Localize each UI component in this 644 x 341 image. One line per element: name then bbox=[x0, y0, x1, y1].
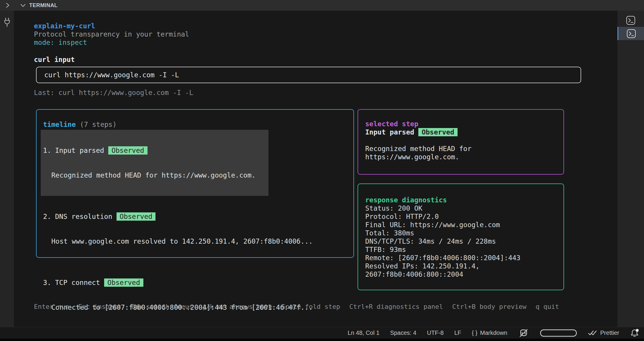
diagnostics-line: Resolved IPs: 142.250.191.4, bbox=[365, 262, 556, 270]
hint-item: Ctrl+R diagnostics panel bbox=[349, 303, 443, 311]
copilot-disabled-icon[interactable] bbox=[518, 328, 529, 338]
hint-item: Ctrl+B body preview bbox=[452, 303, 527, 311]
left-activity-strip bbox=[0, 11, 14, 327]
timeline-step[interactable]: 1.Input parsedObserved Recognized method… bbox=[41, 130, 268, 196]
hint-item: q quit bbox=[536, 303, 559, 311]
step-title-line: 2.DNS resolutionObserved bbox=[43, 212, 347, 221]
step-title-line: 3.TCP connectObserved bbox=[43, 278, 347, 287]
diagnostics-line: 2607:f8b0:4006:800::2004 bbox=[365, 270, 556, 278]
timeline-panel: timeline (7 steps) 1.Input parsedObserve… bbox=[36, 109, 354, 258]
notifications-bell-icon[interactable] bbox=[630, 328, 639, 338]
selected-step-name-line: Input parsedObserved bbox=[365, 128, 556, 136]
eol-setting[interactable]: LF bbox=[454, 329, 461, 336]
step-status-badge: Observed bbox=[104, 278, 143, 287]
hint-item: Tab switch focus bbox=[130, 303, 193, 311]
step-title: DNS resolution bbox=[55, 213, 112, 220]
chevron-right-icon[interactable] bbox=[4, 1, 12, 9]
diagnostics-line: Remote: [2607:f8b0:4006:800::2004]:443 bbox=[365, 254, 556, 262]
timeline-title: timeline bbox=[43, 121, 76, 128]
hint-item: Esc inspect bbox=[78, 303, 121, 311]
window-bottom-edge bbox=[0, 339, 644, 341]
step-status-badge: Observed bbox=[108, 146, 148, 155]
status-pill[interactable] bbox=[540, 329, 577, 337]
curl-input-label: curl input bbox=[34, 55, 75, 64]
hint-item: Space fold step bbox=[281, 303, 340, 311]
encoding-setting[interactable]: UTF-8 bbox=[427, 329, 444, 336]
step-title: TCP connect bbox=[55, 279, 100, 286]
language-mode[interactable]: { }Markdown bbox=[472, 329, 507, 336]
step-number: 2. bbox=[43, 213, 51, 220]
hint-item: j/k or arrows move bbox=[202, 303, 272, 311]
step-status-badge: Observed bbox=[117, 212, 156, 221]
panel-title: TERMINAL bbox=[29, 2, 58, 9]
app-title: explain-my-curl bbox=[34, 22, 95, 30]
diagnostics-lines: Status: 200 OK Protocol: HTTP/2.0 Final … bbox=[365, 204, 556, 278]
step-title: Input parsed bbox=[55, 147, 104, 154]
terminal-viewport: explain-my-curl Protocol transparency in… bbox=[14, 11, 617, 327]
chevron-down-icon[interactable] bbox=[19, 2, 27, 9]
diagnostics-line: TTFB: 93ms bbox=[365, 245, 556, 254]
timeline-header: timeline (7 steps) bbox=[43, 120, 347, 129]
language-label: Markdown bbox=[480, 329, 507, 336]
selected-step-name: Input parsed bbox=[365, 128, 414, 136]
step-detail: Recognized method HEAD for https://www.g… bbox=[43, 171, 268, 179]
selected-step-detail-1: Recognized method HEAD for bbox=[365, 145, 556, 153]
diagnostics-line: DNS/TCP/TLS: 34ms / 24ms / 228ms bbox=[365, 237, 556, 245]
formatter-label: Prettier bbox=[600, 329, 619, 336]
diagnostics-line: Total: 380ms bbox=[365, 229, 556, 237]
selected-step-detail-2: https://www.google.com. bbox=[365, 153, 556, 161]
vscode-window: TERMINAL bbox=[0, 0, 644, 341]
selected-step-panel: selected step Input parsedObserved Recog… bbox=[358, 109, 564, 175]
timeline-step[interactable]: 3.TCP connectObserved Connected to [2607… bbox=[41, 262, 347, 328]
last-command-line: Last: curl https://www.google.com -I -L bbox=[34, 88, 193, 97]
diagnostics-line: Status: 200 OK bbox=[365, 204, 556, 212]
cursor-position[interactable]: Ln 48, Col 1 bbox=[348, 329, 380, 336]
diagnostics-title: response diagnostics bbox=[365, 196, 556, 204]
formatter-status[interactable]: Prettier bbox=[588, 329, 619, 337]
terminal-tab-1[interactable] bbox=[617, 14, 644, 27]
step-title-line: 1.Input parsedObserved bbox=[43, 146, 268, 155]
step-number: 3. bbox=[43, 279, 51, 286]
response-diagnostics-panel: response diagnostics Status: 200 OK Prot… bbox=[358, 183, 564, 290]
terminal-icon bbox=[626, 15, 636, 25]
terminal-icon bbox=[626, 29, 636, 39]
diagnostics-line: Protocol: HTTP/2.0 bbox=[365, 212, 556, 221]
selected-step-badge: Observed bbox=[418, 128, 458, 136]
status-bar: Ln 48, Col 1 Spaces: 4 UTF-8 LF { }Markd… bbox=[0, 327, 644, 339]
indentation-setting[interactable]: Spaces: 4 bbox=[390, 329, 416, 336]
timeline-step-count: (7 steps) bbox=[80, 121, 117, 128]
step-detail: Host www.google.com resolved to 142.250.… bbox=[43, 237, 347, 245]
selected-step-title: selected step bbox=[365, 120, 556, 128]
terminal-tab-strip bbox=[617, 11, 644, 327]
curl-input[interactable] bbox=[36, 67, 581, 83]
double-check-icon bbox=[588, 329, 598, 337]
app-subtitle: Protocol transparency in your terminal bbox=[34, 30, 189, 38]
timeline-step[interactable]: 2.DNS resolutionObserved Host www.google… bbox=[41, 196, 347, 262]
braces-icon: { } bbox=[472, 329, 477, 336]
step-number: 1. bbox=[43, 147, 51, 154]
hint-item: Enter run bbox=[34, 303, 69, 311]
terminal-tab-2-selected[interactable] bbox=[617, 27, 644, 40]
plug-icon[interactable] bbox=[2, 17, 12, 29]
keybinding-hints: Enter run Esc inspect Tab switch focus j… bbox=[34, 303, 559, 311]
diagnostics-line: Final URL: https://www.google.com bbox=[365, 221, 556, 229]
mode-line: mode: inspect bbox=[34, 38, 87, 47]
panel-titlebar: TERMINAL bbox=[0, 0, 644, 11]
